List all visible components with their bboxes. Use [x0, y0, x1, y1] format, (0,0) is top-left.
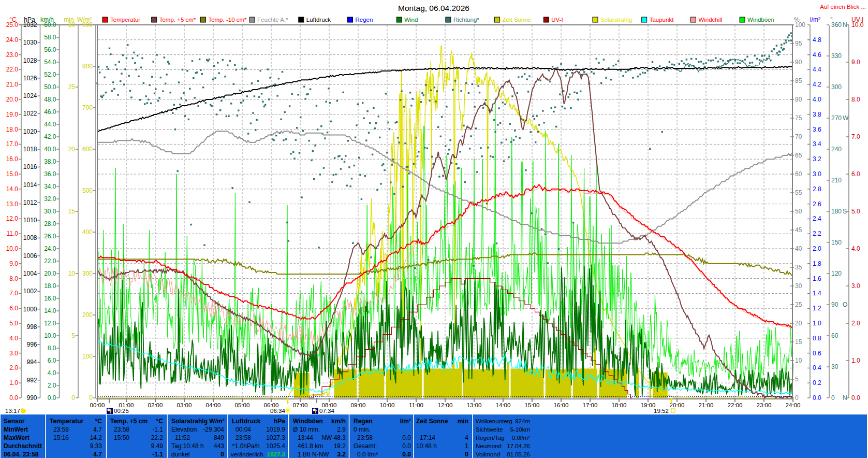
svg-text:2.0: 2.0 [9, 364, 18, 371]
svg-text:Elevation: Elevation [171, 426, 197, 433]
svg-text:Regen: Regen [354, 418, 373, 425]
svg-text:Regen/Tag: Regen/Tag [476, 435, 505, 441]
svg-text:00:04: 00:04 [236, 426, 251, 433]
svg-text:4.8: 4.8 [813, 36, 821, 44]
svg-text:Temp. -10 cm*: Temp. -10 cm* [208, 17, 247, 23]
svg-text:Auf einen Blick ...: Auf einen Blick ... [820, 4, 866, 10]
svg-text:1030: 1030 [23, 39, 37, 46]
svg-text:°C: °C [95, 418, 102, 425]
svg-text:5.0: 5.0 [851, 208, 860, 215]
svg-text:6.0: 6.0 [48, 357, 56, 364]
svg-text:10.0: 10.0 [44, 332, 56, 339]
svg-text:1000: 1000 [23, 306, 37, 313]
svg-text:3.8: 3.8 [813, 111, 821, 118]
svg-text:10: 10 [795, 357, 802, 364]
svg-text:20: 20 [68, 146, 76, 153]
svg-text:44.0: 44.0 [44, 121, 56, 128]
svg-text:Richtung*: Richtung* [453, 17, 479, 23]
svg-text:1016: 1016 [23, 163, 37, 170]
svg-text:Montag, 06.04.2026: Montag, 06.04.2026 [398, 4, 469, 12]
svg-text:16:00: 16:00 [554, 402, 569, 408]
svg-text:21.0: 21.0 [6, 81, 19, 88]
svg-text:14:00: 14:00 [496, 402, 511, 408]
svg-text:65: 65 [795, 152, 802, 159]
svg-text:1.0: 1.0 [9, 379, 18, 387]
svg-text:O: O [843, 301, 847, 308]
svg-text:02:00: 02:00 [148, 402, 163, 408]
svg-text:58.0: 58.0 [44, 34, 56, 41]
svg-text:24.0: 24.0 [44, 245, 56, 252]
svg-text:16.0: 16.0 [6, 155, 19, 163]
svg-text:0.2: 0.2 [813, 379, 821, 387]
svg-text:19:52: 19:52 [654, 408, 669, 414]
svg-text:veränderlich: veränderlich [231, 451, 263, 457]
svg-text:19.0: 19.0 [6, 111, 19, 118]
svg-text:l/m²: l/m² [400, 418, 411, 425]
svg-text:2.4: 2.4 [813, 215, 821, 222]
svg-text:06.04. 23:58: 06.04. 23:58 [4, 451, 39, 458]
svg-text:100: 100 [82, 353, 93, 360]
svg-text:23:00: 23:00 [757, 402, 772, 408]
svg-text:Vollmond: Vollmond [476, 451, 500, 457]
svg-text:22.2: 22.2 [151, 434, 164, 441]
svg-text:1004: 1004 [23, 270, 37, 277]
svg-text:15: 15 [795, 338, 802, 346]
svg-text:3.6: 3.6 [813, 126, 821, 133]
svg-text:03:00: 03:00 [177, 402, 192, 408]
svg-text:800: 800 [82, 63, 93, 70]
svg-text:1028: 1028 [23, 57, 37, 64]
svg-text:996: 996 [26, 341, 37, 348]
svg-text:Gesamt:: Gesamt: [354, 442, 377, 450]
svg-text:01.05.26: 01.05.26 [507, 451, 530, 457]
svg-text:52.0: 52.0 [44, 71, 56, 78]
svg-text:4.2: 4.2 [813, 81, 821, 88]
svg-text:hPa: hPa [24, 16, 35, 23]
svg-text:Regen: Regen [356, 17, 373, 23]
svg-text:12:00: 12:00 [438, 402, 453, 408]
svg-text:17:00: 17:00 [583, 402, 598, 408]
svg-text:13:44: 13:44 [298, 434, 313, 441]
svg-text:30.0: 30.0 [44, 208, 56, 215]
svg-text:50: 50 [795, 208, 802, 215]
svg-text:15.0: 15.0 [6, 170, 19, 178]
svg-text:1006: 1006 [23, 252, 37, 260]
svg-text:1010: 1010 [23, 217, 37, 224]
svg-text:1.2: 1.2 [813, 305, 821, 312]
svg-text:2.0: 2.0 [48, 382, 56, 389]
svg-text:07:00: 07:00 [293, 402, 308, 408]
svg-text:5: 5 [71, 332, 75, 339]
svg-text:0.4: 0.4 [813, 364, 821, 371]
svg-text:5.0: 5.0 [9, 320, 18, 327]
svg-text:54.0: 54.0 [44, 59, 56, 66]
svg-text:Temperatur: Temperatur [50, 418, 83, 425]
svg-text:W/m²: W/m² [77, 16, 92, 23]
svg-text:NW 48.3: NW 48.3 [321, 434, 346, 441]
svg-text:23:58: 23:58 [114, 426, 129, 433]
svg-text:Ø 10 min.: Ø 10 min. [293, 426, 320, 433]
svg-text:Zeit Sonne: Zeit Sonne [416, 418, 448, 425]
svg-text:849: 849 [214, 434, 224, 441]
svg-text:70: 70 [795, 133, 802, 140]
svg-text:°C: °C [9, 16, 17, 23]
svg-text:12.0: 12.0 [44, 320, 56, 327]
svg-text:21:00: 21:00 [699, 402, 714, 408]
svg-text:150: 150 [831, 239, 842, 246]
svg-text:60: 60 [795, 170, 802, 178]
svg-text:1.6: 1.6 [813, 275, 821, 282]
svg-text:10:48 h: 10:48 h [416, 442, 437, 450]
svg-text:^1.0hPa/h: ^1.0hPa/h [232, 442, 260, 450]
svg-text:40.0: 40.0 [44, 146, 56, 153]
svg-text:11:52: 11:52 [175, 434, 190, 441]
svg-text:80: 80 [795, 96, 802, 103]
svg-text:46.0: 46.0 [44, 108, 56, 116]
svg-text:1020: 1020 [23, 128, 37, 135]
svg-text:7.0: 7.0 [851, 133, 860, 140]
svg-text:6.0: 6.0 [851, 170, 860, 178]
svg-text:1.0: 1.0 [851, 357, 860, 364]
svg-text:10: 10 [68, 270, 76, 277]
svg-text:23:58: 23:58 [53, 426, 69, 433]
svg-text:Temp. +5 cm*: Temp. +5 cm* [159, 17, 196, 23]
svg-text:°C: °C [156, 418, 164, 425]
svg-text:36.0: 36.0 [44, 170, 56, 178]
svg-text:1027.3: 1027.3 [266, 434, 285, 441]
